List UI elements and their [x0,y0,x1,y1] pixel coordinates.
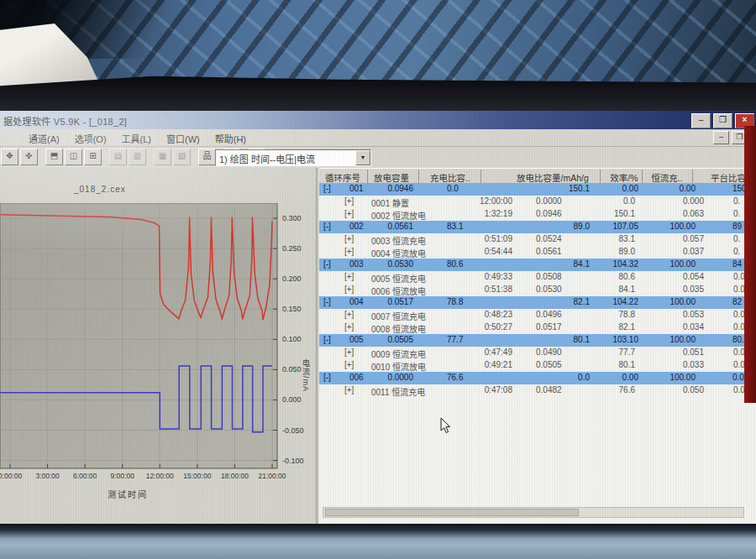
expand-toggle[interactable]: [+] [344,385,354,394]
expand-toggle[interactable]: [+] [344,285,354,294]
collapse-toggle[interactable]: [-] [323,335,331,344]
step-specific-capacity: 82.1 [561,322,635,332]
step-row[interactable]: [+]0001 静置12:00:000.00000.00.0000. [319,196,756,208]
step-capacity: 0.0561 [536,247,562,256]
step-name: 0006 恒流放电 [371,285,426,297]
cycle-row[interactable]: [-]0030.053080.684.1104.32100.0084 [319,259,756,271]
step-row[interactable]: [+]0006 恒流放电0:51:380.053084.10.0350.0 [319,284,756,296]
column-header-4[interactable]: 放电比容量/mAh/g [517,171,589,184]
chevron-down-icon[interactable]: ▼ [355,150,370,165]
step-row[interactable]: [+]0011 恒流充电0:47:080.048276.60.0500.04 [319,384,756,397]
cycle-row[interactable]: [-]0050.050577.780.1103.10100.0080.1 [319,334,756,347]
expand-toggle[interactable]: [+] [344,347,354,357]
split-vertical-icon[interactable]: ◫ [65,149,82,165]
step-row[interactable]: [+]0002 恒流放电1:32:190.0946150.10.0630. [319,208,756,221]
y-tick-label: 0.300 [282,214,311,222]
expand-toggle[interactable]: [+] [344,247,354,256]
mdi-child-controls: –❐ [713,131,748,144]
cycle-row[interactable]: [-]0060.000076.60.00.00100.000.0 [319,372,756,384]
expand-toggle[interactable]: [+] [344,272,354,281]
y-tick-label: 0.000 [282,395,311,404]
expand-toggle[interactable]: [+] [344,196,354,206]
step-row[interactable]: [+]0003 恒流充电0:51:090.052483.10.0570. [319,233,756,246]
expand-toggle[interactable]: [+] [344,310,354,319]
y-tick-label: 0.100 [282,335,311,343]
menu-item-5[interactable]: 帮助(H) [207,129,254,145]
x-tick-label: 0:00:00 [0,472,29,480]
split-grid-icon[interactable]: ⊞ [84,149,102,165]
menu-item-2[interactable]: 选项(O) [67,129,114,145]
step-row[interactable]: [+]0004 恒流放电0:54:440.056189.00.0370. [319,246,756,259]
column-header-2[interactable]: 放电容量 [374,171,409,184]
step-row[interactable]: [+]0005 恒流充电0:49:330.050880.60.0540.0 [319,271,756,284]
collapse-toggle[interactable]: [-] [323,297,331,306]
red-object-edge [744,126,756,403]
step-row[interactable]: [+]0010 恒流放电0:49:210.050580.10.0330.03 [319,359,756,372]
step-row[interactable]: [+]0008 恒流放电0:50:270.051782.10.0340.03 [319,321,756,334]
collapse-toggle[interactable]: [-] [323,184,331,193]
column-header-6[interactable]: 恒流充.. [651,171,682,184]
cycle-row[interactable]: [-]0010.09460.0150.10.000.00150 [319,183,756,196]
step-time: 0:47:49 [444,347,512,357]
maximize-button[interactable]: ❐ [713,113,732,128]
header-separator [642,170,643,183]
step-row[interactable]: [+]0007 恒流充电0:48:230.049678.80.0530.0 [319,309,756,321]
scrollbar-thumb[interactable] [325,509,579,516]
child-minimize-button[interactable]: – [713,131,729,144]
layout-d-icon[interactable]: ▧ [173,149,191,165]
discharge-specific-capacity: 0.0 [506,373,590,382]
step-row[interactable]: [+]0009 恒流充电0:47:490.049077.70.0510.04 [319,347,756,359]
step-cc-ratio: 0.035 [650,285,704,294]
step-time: 0:54:44 [444,247,512,256]
menu-item-4[interactable]: 窗口(W) [159,129,207,145]
minimize-button[interactable]: – [691,113,711,128]
step-time: 0:48:23 [444,310,512,319]
layout-a-icon[interactable]: ▤ [109,149,127,165]
step-platform-ratio: 0.0 [733,310,745,319]
expand-toggle[interactable]: [+] [344,360,354,369]
cc-charge-ratio: 100.00 [642,259,696,269]
expand-toggle[interactable]: [+] [344,322,354,332]
discharge-specific-capacity: 89.0 [506,222,590,231]
discharge-specific-capacity: 150.1 [506,184,590,193]
column-header-5[interactable]: 效率/% [610,171,638,184]
plot-type-combobox[interactable]: 1) 绘图 时间--电压|电流 ▼ [215,149,371,166]
discharge-specific-capacity: 80.1 [506,335,590,344]
cycle-table-panel: 循环序号放电容量充电比容..放电比容量/mAh/g效率/%恒流充..平台比容..… [319,168,756,524]
step-name: 0011 恒流充电 [371,385,425,398]
cycle-row[interactable]: [-]0020.056183.189.0107.05100.0089 [319,221,756,233]
zoom-tool-icon[interactable]: ✜ [20,149,38,165]
split-horizontal-icon[interactable]: ⬒ [45,149,63,165]
header-separator [600,170,601,183]
pan-tool-icon[interactable]: ✥ [1,149,18,165]
layout-b-icon[interactable]: ▥ [129,149,146,165]
cascade-windows-icon[interactable]: 品 [198,149,216,165]
step-time: 1:32:19 [444,209,512,218]
discharge-capacity: 0.0000 [361,373,413,382]
horizontal-scrollbar[interactable] [323,507,744,518]
cc-charge-ratio: 100.00 [642,297,696,306]
collapse-toggle[interactable]: [-] [323,222,331,231]
column-header-1[interactable]: 循环序号 [325,171,360,184]
expand-toggle[interactable]: [+] [344,209,354,218]
cc-charge-ratio: 0.00 [642,184,696,193]
step-time: 0:51:38 [444,285,512,294]
charge-ratio: 78.8 [447,297,463,306]
platform-ratio: 89 [732,222,742,231]
step-specific-capacity: 0.0 [561,196,635,206]
mouse-cursor [440,418,452,435]
step-specific-capacity: 80.6 [561,272,635,281]
menu-item-1[interactable]: 通道(A) [0,129,67,145]
chart-plot-area[interactable] [0,203,279,472]
menu-item-3[interactable]: 工具(L) [114,129,159,145]
step-cc-ratio: 0.053 [650,310,704,319]
column-header-3[interactable]: 充电比容.. [430,171,470,184]
collapse-toggle[interactable]: [-] [323,259,331,269]
monitor-bottom-bezel [0,524,756,559]
efficiency: 103.10 [590,335,638,344]
cycle-row[interactable]: [-]0040.051778.882.1104.22100.0082 [319,296,756,309]
expand-toggle[interactable]: [+] [344,234,354,243]
layout-c-icon[interactable]: ▦ [154,149,171,165]
collapse-toggle[interactable]: [-] [323,373,331,382]
step-name: 0005 恒流充电 [371,272,426,285]
